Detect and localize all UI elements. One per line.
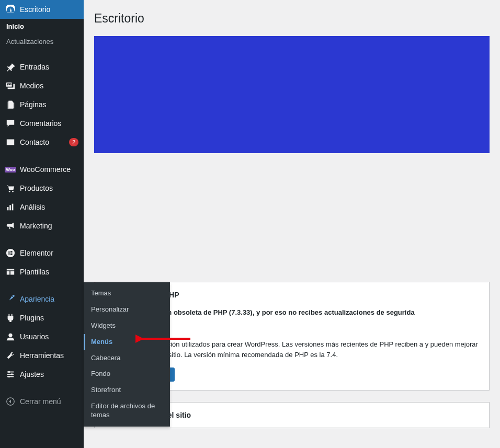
flyout-item-widgets[interactable]: Widgets [84, 318, 170, 334]
flyout-item-background[interactable]: Fondo [84, 366, 170, 382]
sidebar-label: Marketing [20, 222, 78, 230]
svg-rect-3 [9, 205, 11, 210]
sidebar-item-templates[interactable]: Plantillas [0, 262, 84, 281]
sidebar-item-comments[interactable]: Comentarios [0, 114, 84, 133]
sidebar-label: Cerrar menú [20, 397, 78, 406]
flyout-item-themes[interactable]: Temas [84, 285, 170, 302]
svg-point-1 [12, 191, 14, 192]
svg-point-15 [11, 373, 13, 375]
comments-icon [5, 118, 16, 129]
sidebar-label: Escritorio [20, 5, 78, 14]
sidebar-item-elementor[interactable]: Elementor [0, 244, 84, 262]
envelope-icon [5, 137, 16, 147]
sidebar-label: Usuarios [20, 332, 78, 341]
sidebar-label: Páginas [20, 100, 78, 109]
sidebar-subitem-updates[interactable]: Actualizaciones [0, 34, 84, 49]
flyout-item-header[interactable]: Cabecera [84, 350, 170, 366]
svg-rect-7 [10, 251, 13, 252]
page-title: Escritorio [94, 5, 490, 36]
users-icon [5, 331, 16, 342]
admin-sidebar: Escritorio Inicio Actualizaciones Entrad… [0, 0, 84, 448]
flyout-item-customize[interactable]: Personalizar [84, 302, 170, 318]
svg-point-16 [8, 376, 10, 378]
appearance-icon [5, 294, 16, 304]
sidebar-label: WooCommerce [20, 165, 78, 174]
dashboard-icon [5, 4, 16, 15]
sidebar-item-users[interactable]: Usuarios [0, 327, 84, 346]
megaphone-icon [5, 221, 16, 231]
sidebar-label: Comentarios [20, 119, 78, 128]
sidebar-item-collapse[interactable]: Cerrar menú [0, 392, 84, 411]
sidebar-subitem-home[interactable]: Inicio [0, 19, 84, 34]
collapse-icon [5, 396, 16, 407]
flyout-item-menus[interactable]: Menús [84, 334, 170, 350]
svg-rect-9 [10, 254, 13, 255]
svg-point-14 [8, 371, 10, 373]
sidebar-label: Medios [20, 82, 78, 90]
plugins-icon [5, 313, 16, 323]
sidebar-item-pages[interactable]: Páginas [0, 95, 84, 114]
sidebar-label: Plantillas [20, 268, 78, 276]
svg-rect-6 [8, 251, 9, 255]
sidebar-item-appearance[interactable]: Apariencia [0, 290, 84, 308]
sidebar-item-woocommerce[interactable]: Woo WooCommerce [0, 160, 84, 179]
svg-rect-2 [7, 207, 9, 210]
sidebar-item-dashboard[interactable]: Escritorio [0, 0, 84, 19]
svg-rect-4 [12, 204, 14, 211]
sidebar-item-contact[interactable]: Contacto 2 [0, 133, 84, 152]
media-icon [5, 81, 16, 91]
welcome-banner [94, 36, 490, 153]
pin-icon [5, 62, 16, 72]
woocommerce-icon: Woo [5, 164, 16, 175]
sidebar-item-plugins[interactable]: Plugins [0, 308, 84, 327]
tools-icon [5, 350, 16, 361]
svg-rect-8 [10, 252, 13, 254]
notification-badge: 2 [69, 138, 78, 146]
svg-point-0 [9, 191, 10, 192]
settings-icon [5, 369, 16, 380]
sidebar-label: Elementor [20, 249, 78, 257]
sidebar-label: Análisis [20, 203, 78, 211]
sidebar-item-posts[interactable]: Entradas [0, 58, 84, 76]
flyout-item-editor[interactable]: Editor de archivos de temas [84, 398, 170, 423]
products-icon [5, 183, 16, 193]
analytics-icon [5, 202, 16, 212]
sidebar-item-products[interactable]: Productos [0, 179, 84, 198]
sidebar-item-tools[interactable]: Herramientas [0, 346, 84, 365]
appearance-flyout: Temas Personalizar Widgets Menús Cabecer… [84, 282, 170, 427]
elementor-icon [5, 248, 16, 258]
templates-icon [5, 267, 16, 277]
svg-point-10 [8, 334, 12, 337]
sidebar-label: Apariencia [20, 295, 78, 303]
sidebar-label: Contacto [20, 138, 67, 146]
sidebar-item-media[interactable]: Medios [0, 76, 84, 95]
sidebar-label: Ajustes [20, 370, 78, 378]
flyout-item-storefront[interactable]: Storefront [84, 382, 170, 398]
sidebar-item-settings[interactable]: Ajustes [0, 365, 84, 384]
pages-icon [5, 99, 16, 110]
sidebar-label: Herramientas [20, 351, 78, 360]
sidebar-label: Productos [20, 184, 78, 192]
sidebar-label: Plugins [20, 314, 78, 322]
sidebar-item-marketing[interactable]: Marketing [0, 216, 84, 235]
sidebar-label: Entradas [20, 63, 78, 71]
sidebar-item-analytics[interactable]: Análisis [0, 198, 84, 216]
